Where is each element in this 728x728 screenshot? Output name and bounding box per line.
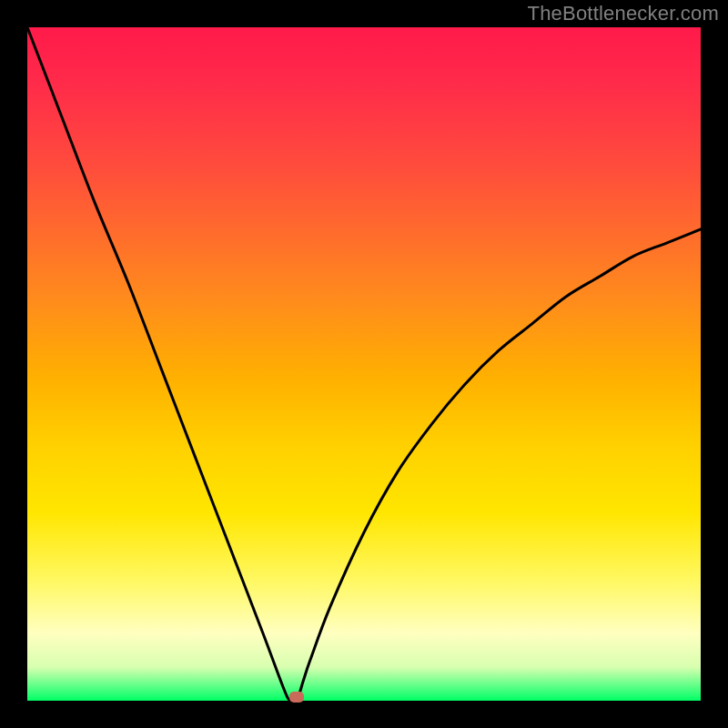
plot-area bbox=[27, 27, 701, 701]
optimal-point-marker bbox=[289, 692, 304, 703]
bottleneck-curve-path bbox=[27, 27, 701, 701]
chart-frame: TheBottlenecker.com bbox=[0, 0, 728, 728]
watermark-text: TheBottlenecker.com bbox=[528, 2, 719, 25]
curve-svg bbox=[27, 27, 701, 701]
